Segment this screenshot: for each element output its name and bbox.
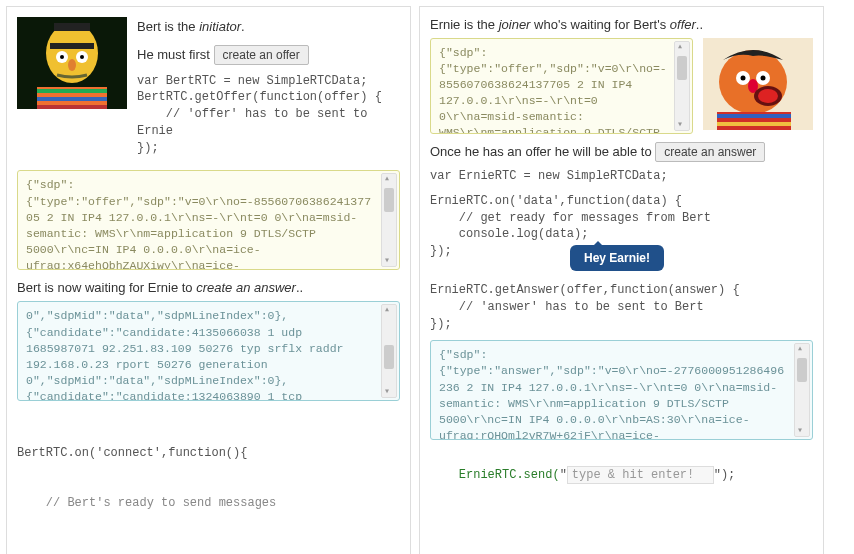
ernie-code-getanswer: ErnieRTC.getAnswer(offer,function(answer… (430, 282, 813, 332)
ernie-panel: Ernie is the joiner who's waiting for Be… (419, 6, 824, 554)
ernie-offer-sdp-box[interactable]: {"sdp":{"type":"offer","sdp":"v=0\r\no=-… (430, 38, 693, 134)
svg-rect-10 (37, 89, 107, 93)
create-answer-em: create an answer (196, 280, 296, 295)
scrollbar[interactable] (381, 304, 397, 398)
scrollbar[interactable] (674, 41, 690, 131)
line: BertRTC.on('connect',function(){ (17, 445, 400, 462)
bert-avatar (17, 17, 127, 109)
joiner-em: joiner (499, 17, 531, 32)
ernie-intro: Ernie is the joiner who's waiting for Be… (430, 17, 813, 32)
bert-waiting-text: Bert is now waiting for Ernie to create … (17, 280, 400, 295)
svg-rect-23 (717, 114, 791, 118)
text: Bert is the (137, 19, 199, 34)
text: Once he has an offer he will be able to (430, 144, 652, 159)
bert-panel: Bert is the initiator. He must first cre… (6, 6, 411, 554)
sdp-content: 0","sdpMid":"data","sdpMLineIndex":0}, {… (26, 308, 391, 401)
scrollbar[interactable] (381, 173, 397, 267)
ernie-once-text: Once he has an offer he will be able to … (430, 142, 813, 162)
svg-rect-24 (717, 122, 791, 126)
svg-rect-12 (37, 105, 107, 109)
svg-rect-2 (54, 23, 90, 31)
svg-point-8 (68, 59, 76, 71)
ernie-header: {"sdp":{"type":"offer","sdp":"v=0\r\no=-… (430, 38, 813, 134)
scrollbar[interactable] (794, 343, 810, 437)
line-comment: // Bert's ready to send messages (17, 495, 400, 512)
ernie-send-input[interactable]: type & hit enter! (567, 466, 714, 484)
svg-point-21 (758, 89, 778, 103)
svg-point-18 (761, 76, 766, 81)
text: who's waiting for Bert's (530, 17, 669, 32)
ernie-speech-bubble: Hey Earnie! (570, 245, 664, 271)
ernie-answer-sdp-box[interactable]: {"sdp":{"type":"answer","sdp":"v=0\r\no=… (430, 340, 813, 440)
svg-rect-3 (50, 43, 94, 49)
svg-point-16 (741, 76, 746, 81)
create-offer-button[interactable]: create an offer (214, 45, 309, 65)
initiator-em: initiator (199, 19, 241, 34)
sdp-content: {"sdp":{"type":"offer","sdp":"v=0\r\no=-… (26, 177, 391, 270)
create-answer-button[interactable]: create an answer (655, 142, 765, 162)
text: .. (296, 280, 303, 295)
svg-point-5 (60, 55, 64, 59)
sdp-content: {"sdp":{"type":"offer","sdp":"v=0\r\no=-… (439, 45, 684, 134)
text: Ernie is the (430, 17, 499, 32)
send-call: ErnieRTC.send( (459, 468, 560, 482)
text: .. (696, 17, 703, 32)
ernie-avatar (703, 38, 813, 130)
svg-point-7 (80, 55, 84, 59)
bert-ice-sdp-box[interactable]: 0","sdpMid":"data","sdpMLineIndex":0}, {… (17, 301, 400, 401)
text: Bert is now waiting for Ernie to (17, 280, 196, 295)
bert-code-getoffer: var BertRTC = new SimpleRTCData; BertRTC… (137, 73, 400, 157)
svg-point-1 (46, 23, 98, 83)
bert-header: Bert is the initiator. He must first cre… (17, 17, 400, 164)
ernie-send-line: ErnieRTC.send("type & hit enter! "); (430, 450, 813, 500)
text: ); (721, 468, 735, 482)
line: BertRTC.send("type & hit enter! "); (17, 546, 400, 554)
ernie-code-new: var ErnieRTC = new SimpleRTCData; (430, 168, 813, 185)
bert-offer-sdp-box[interactable]: {"sdp":{"type":"offer","sdp":"v=0\r\no=-… (17, 170, 400, 270)
offer-em: offer (670, 17, 696, 32)
bert-code-connect: BertRTC.on('connect',function(){ // Bert… (17, 411, 400, 554)
sdp-content: {"sdp":{"type":"answer","sdp":"v=0\r\no=… (439, 347, 804, 440)
ernie-ondata-wrap: ErnieRTC.on('data',function(data) { // g… (430, 193, 813, 260)
text: He must first (137, 47, 210, 62)
svg-rect-11 (37, 97, 107, 101)
text: . (241, 19, 245, 34)
bert-intro: Bert is the initiator. He must first cre… (137, 17, 400, 164)
